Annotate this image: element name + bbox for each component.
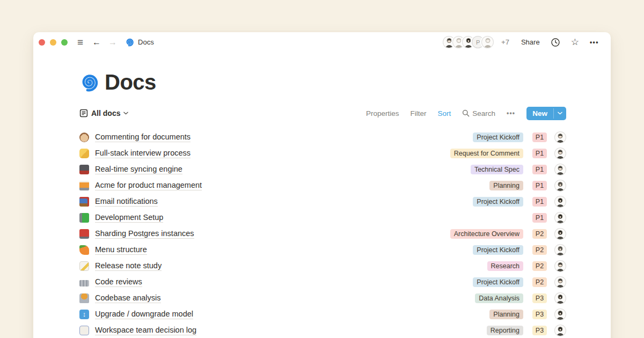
doc-title[interactable]: Release note study bbox=[95, 261, 162, 271]
doc-title[interactable]: Upgrade / downgrade model bbox=[95, 310, 193, 319]
priority-badge[interactable]: P2 bbox=[532, 277, 547, 287]
assignee-avatar[interactable] bbox=[554, 292, 566, 304]
desktop-background: ≡ ← → Docs P +7 Share bbox=[0, 0, 644, 338]
close-window-button[interactable] bbox=[39, 39, 45, 46]
collaborator-avatar-stack[interactable]: P bbox=[443, 36, 494, 48]
window-title: Docs bbox=[138, 38, 154, 46]
tag-badge[interactable]: Planning bbox=[489, 181, 523, 190]
doc-row[interactable]: Email notifications Project Kickoff P1 bbox=[79, 194, 566, 210]
tag-badge[interactable]: Reporting bbox=[487, 326, 523, 335]
tag-badge[interactable]: Architecture Overview bbox=[450, 229, 523, 239]
view-controls: Properties Filter Sort Search ••• New bbox=[366, 107, 566, 120]
doc-row[interactable]: Upgrade / downgrade model Planning P3 bbox=[79, 306, 566, 322]
assignee-avatar[interactable] bbox=[554, 148, 566, 159]
doc-row[interactable]: Development Setup P1 bbox=[79, 210, 566, 226]
doc-title[interactable]: Menu structure bbox=[95, 245, 147, 255]
tag-badge[interactable]: Data Analysis bbox=[475, 293, 523, 303]
properties-button[interactable]: Properties bbox=[366, 109, 399, 117]
fuel-pump-icon bbox=[79, 229, 89, 239]
priority-badge[interactable]: P3 bbox=[532, 326, 547, 335]
chevron-down-icon bbox=[123, 112, 128, 115]
tag-badge[interactable]: Research bbox=[487, 261, 524, 271]
avatar-overflow-count[interactable]: +7 bbox=[501, 38, 509, 46]
sort-button[interactable]: Sort bbox=[437, 109, 451, 117]
doc-title[interactable]: Sharding Postgres instances bbox=[95, 229, 194, 239]
assignee-avatar[interactable] bbox=[554, 308, 566, 320]
filter-button[interactable]: Filter bbox=[410, 109, 426, 117]
priority-badge[interactable]: P2 bbox=[532, 229, 547, 239]
assignee-avatar[interactable] bbox=[554, 276, 566, 288]
doc-row[interactable]: Workspace team decision log Reporting P3 bbox=[79, 322, 566, 338]
priority-badge[interactable]: P1 bbox=[532, 133, 547, 142]
priority-badge[interactable]: P2 bbox=[532, 245, 547, 255]
doc-title[interactable]: Acme for product management bbox=[95, 181, 202, 190]
doc-row[interactable]: Menu structure Project Kickoff P2 bbox=[79, 242, 566, 258]
assignee-avatar[interactable] bbox=[554, 244, 566, 256]
priority-badge[interactable]: P1 bbox=[532, 181, 547, 190]
assignee-avatar[interactable] bbox=[554, 325, 566, 336]
doc-row[interactable]: Sharding Postgres instances Architecture… bbox=[79, 226, 566, 242]
more-options-icon[interactable]: ••• bbox=[584, 39, 604, 46]
doc-title[interactable]: Code reviews bbox=[95, 277, 142, 287]
priority-badge[interactable]: P1 bbox=[532, 197, 547, 207]
up-down-arrows-icon bbox=[79, 310, 89, 319]
tag-badge[interactable]: Project Kickoff bbox=[473, 245, 523, 255]
tag-badge[interactable]: Technical Spec bbox=[471, 165, 523, 174]
tag-badge[interactable]: Planning bbox=[489, 310, 523, 319]
assignee-avatar[interactable] bbox=[554, 131, 566, 143]
tag-badge[interactable]: Project Kickoff bbox=[473, 133, 523, 142]
doc-row[interactable]: Release note study Research P2 bbox=[79, 258, 566, 274]
doc-title[interactable]: Real-time syncing engine bbox=[95, 165, 182, 174]
new-button-label[interactable]: New bbox=[526, 107, 553, 120]
doc-title[interactable]: Codebase analysis bbox=[95, 293, 161, 303]
doc-title[interactable]: Workspace team decision log bbox=[95, 326, 196, 335]
back-button[interactable]: ← bbox=[89, 38, 105, 47]
assignee-avatar[interactable] bbox=[554, 228, 566, 240]
page-logo-icon bbox=[79, 72, 99, 92]
priority-badge[interactable]: P3 bbox=[532, 293, 547, 303]
assignee-avatar[interactable] bbox=[554, 260, 566, 272]
menu-icon[interactable]: ≡ bbox=[72, 37, 89, 47]
doc-title[interactable]: Full-stack interview process bbox=[95, 149, 191, 158]
priority-badge[interactable]: P1 bbox=[532, 165, 547, 174]
doc-title[interactable]: Email notifications bbox=[95, 197, 158, 207]
new-button-chevron-icon[interactable] bbox=[554, 107, 566, 120]
tag-badge[interactable]: Project Kickoff bbox=[473, 277, 523, 287]
locomotive-icon bbox=[79, 165, 89, 174]
tag-badge[interactable]: Project Kickoff bbox=[473, 197, 523, 207]
crane-icon bbox=[79, 181, 89, 190]
view-switcher[interactable]: All docs bbox=[79, 109, 128, 117]
doc-row[interactable]: Real-time syncing engine Technical Spec … bbox=[79, 161, 566, 178]
priority-badge[interactable]: P3 bbox=[532, 310, 547, 319]
priority-badge[interactable]: P1 bbox=[532, 213, 547, 223]
priority-badge[interactable]: P1 bbox=[532, 149, 547, 158]
assignee-avatar[interactable] bbox=[554, 212, 566, 224]
technologist-icon bbox=[79, 293, 89, 303]
priority-badge[interactable]: P2 bbox=[532, 261, 547, 271]
tag-badge[interactable]: Request for Comment bbox=[450, 149, 523, 158]
forward-button: → bbox=[105, 38, 121, 47]
collaborator-avatar[interactable] bbox=[481, 36, 494, 48]
truck-icon bbox=[79, 213, 89, 223]
carrot-icon bbox=[79, 245, 89, 255]
search-button[interactable]: Search bbox=[462, 109, 495, 117]
history-clock-icon[interactable] bbox=[545, 38, 566, 47]
favorite-star-icon[interactable]: ☆ bbox=[566, 38, 584, 47]
share-button[interactable]: Share bbox=[521, 38, 540, 46]
minimize-window-button[interactable] bbox=[50, 39, 56, 46]
assignee-avatar[interactable] bbox=[554, 180, 566, 192]
doc-row[interactable]: Code reviews Project Kickoff P2 bbox=[79, 274, 566, 290]
window-toolbar: ≡ ← → Docs P +7 Share bbox=[33, 32, 611, 52]
doc-title[interactable]: Development Setup bbox=[95, 213, 163, 223]
assignee-avatar[interactable] bbox=[554, 196, 566, 208]
doc-row[interactable]: Commenting for documents Project Kickoff… bbox=[79, 129, 566, 145]
new-button[interactable]: New bbox=[526, 107, 566, 120]
doc-row[interactable]: Full-stack interview process Request for… bbox=[79, 145, 566, 161]
doc-row[interactable]: Codebase analysis Data Analysis P3 bbox=[79, 290, 566, 306]
view-more-options-icon[interactable]: ••• bbox=[507, 109, 515, 117]
doc-title[interactable]: Commenting for documents bbox=[95, 133, 191, 142]
zoom-window-button[interactable] bbox=[61, 39, 68, 46]
doc-row[interactable]: Acme for product management Planning P1 bbox=[79, 178, 566, 194]
assignee-avatar[interactable] bbox=[554, 164, 566, 175]
page-header: Docs bbox=[79, 71, 566, 93]
